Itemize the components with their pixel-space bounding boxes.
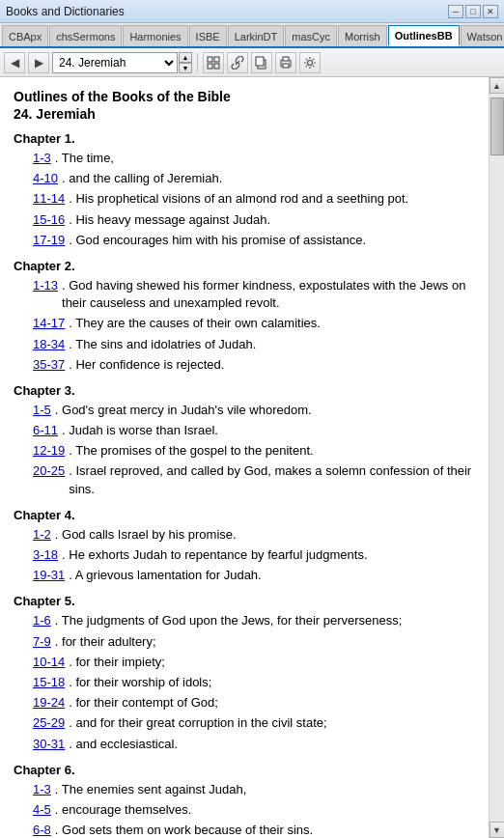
restore-button[interactable]: □: [465, 5, 481, 18]
verse-ref[interactable]: 4-10: [33, 170, 58, 187]
verse-entry: 1-5. God's great mercy in Judah's vile w…: [14, 402, 475, 419]
close-button[interactable]: ✕: [483, 5, 498, 18]
chapter-heading-2: Chapter 2.: [14, 259, 475, 273]
verse-entry: 6-8. God sets them on work because of th…: [14, 822, 475, 838]
nav-select-wrap: 24. Jeremiah ▲ ▼: [52, 52, 192, 73]
svg-rect-8: [283, 64, 289, 68]
book-title: Outlines of the Books of the Bible: [14, 89, 475, 104]
content-area: Outlines of the Books of the Bible 24. J…: [0, 77, 504, 838]
svg-rect-0: [208, 57, 212, 62]
verse-ref[interactable]: 4-5: [33, 801, 51, 819]
verse-text: . A grievous lamentation for Judah.: [69, 567, 261, 584]
chapter-select[interactable]: 24. Jeremiah: [52, 52, 178, 73]
verse-ref[interactable]: 19-24: [33, 694, 65, 712]
verse-ref[interactable]: 6-11: [33, 422, 58, 439]
tab-watson[interactable]: Watson: [461, 25, 504, 46]
copy-button[interactable]: [251, 52, 272, 73]
link-button[interactable]: [227, 52, 248, 73]
verse-ref[interactable]: 11-14: [33, 190, 65, 208]
verse-ref[interactable]: 17-19: [33, 232, 65, 249]
verse-text: . The enemies sent against Judah,: [55, 781, 247, 798]
verse-text: . God calls Israel by his promise.: [55, 526, 237, 544]
settings-button[interactable]: [299, 52, 321, 73]
svg-rect-7: [283, 57, 289, 61]
tab-morrish[interactable]: Morrish: [338, 25, 387, 46]
verse-ref[interactable]: 30-31: [33, 736, 65, 753]
scrollbar: ▲ ▼: [489, 77, 504, 838]
verse-entry: 6-11. Judah is worse than Israel.: [14, 422, 475, 439]
tab-outlinesBB[interactable]: OutlinesBB: [388, 25, 460, 46]
print-button[interactable]: [275, 52, 296, 73]
verse-entry: 1-6. The judgments of God upon the Jews,…: [14, 612, 475, 629]
spin-down-button[interactable]: ▼: [179, 63, 192, 73]
chapters-container: Chapter 1.1-3. The time,4-10. and the ca…: [14, 131, 475, 838]
tab-cbapx[interactable]: CBApx: [2, 25, 48, 46]
tab-harmonies[interactable]: Harmonies: [123, 25, 187, 46]
title-bar-text: Books and Dictionaries: [6, 5, 125, 18]
verse-entry: 1-3. The enemies sent against Judah,: [14, 781, 475, 798]
grid-view-button[interactable]: [203, 52, 224, 73]
verse-ref[interactable]: 1-6: [33, 612, 51, 629]
verse-text: . Israel reproved, and called by God, ma…: [69, 462, 475, 497]
verse-ref[interactable]: 1-13: [33, 277, 58, 312]
verse-ref[interactable]: 7-9: [33, 633, 51, 651]
verse-ref[interactable]: 14-17: [33, 315, 65, 332]
book-subtitle: 24. Jeremiah: [14, 106, 475, 122]
back-button[interactable]: ◀: [4, 52, 25, 73]
minimize-button[interactable]: ─: [448, 5, 463, 18]
verse-text: . God's great mercy in Judah's vile whor…: [55, 402, 312, 419]
verse-ref[interactable]: 1-3: [33, 150, 51, 167]
verse-ref[interactable]: 19-31: [33, 567, 65, 584]
verse-ref[interactable]: 3-18: [33, 546, 58, 564]
verse-ref[interactable]: 35-37: [33, 356, 65, 374]
verse-ref[interactable]: 20-25: [33, 462, 65, 497]
tab-isbe[interactable]: ISBE: [189, 25, 227, 46]
verse-ref[interactable]: 18-34: [33, 336, 65, 353]
verse-ref[interactable]: 6-8: [33, 822, 51, 838]
svg-rect-1: [214, 57, 219, 62]
verse-entry: 3-18. He exhorts Judah to repentance by …: [14, 546, 475, 564]
verse-text: . for their impiety;: [69, 654, 165, 671]
content-scroll[interactable]: Outlines of the Books of the Bible 24. J…: [0, 77, 489, 838]
verse-ref[interactable]: 15-18: [33, 674, 65, 691]
verse-text: . God having shewed his former kindness,…: [62, 277, 475, 312]
tab-bar: CBApxchsSermonsHarmoniesISBELarkinDTmasC…: [0, 23, 504, 48]
scroll-track[interactable]: [490, 94, 504, 822]
verse-text: . The sins and idolatries of Judah.: [69, 336, 256, 353]
chapter-heading-1: Chapter 1.: [14, 131, 475, 146]
chapter-heading-4: Chapter 4.: [14, 508, 475, 522]
verse-text: . Her confidence is rejected.: [69, 356, 224, 374]
verse-entry: 30-31. and ecclesiastical.: [14, 736, 475, 753]
chapter-heading-3: Chapter 3.: [14, 383, 475, 398]
verse-entry: 4-5. encourage themselves.: [14, 801, 475, 819]
verse-entry: 12-19. The promises of the gospel to the…: [14, 442, 475, 460]
verse-ref[interactable]: 12-19: [33, 442, 65, 460]
verse-text: . for their contempt of God;: [69, 694, 218, 712]
verse-ref[interactable]: 10-14: [33, 654, 65, 671]
verse-entry: 17-19. God encourages him with his promi…: [14, 232, 475, 249]
verse-ref[interactable]: 15-16: [33, 211, 65, 229]
verse-entry: 19-31. A grievous lamentation for Judah.: [14, 567, 475, 584]
title-bar-buttons: ─ □ ✕: [448, 5, 498, 18]
tab-larkinDT[interactable]: LarkinDT: [228, 25, 285, 46]
verse-text: . and for their great corruption in the …: [69, 714, 326, 732]
verse-entry: 11-14. His prophetical visions of an alm…: [14, 190, 475, 208]
verse-ref[interactable]: 25-29: [33, 714, 65, 732]
verse-text: . His heavy message against Judah.: [69, 211, 270, 229]
verse-entry: 1-3. The time,: [14, 150, 475, 167]
verse-ref[interactable]: 1-2: [33, 526, 51, 544]
verse-ref[interactable]: 1-3: [33, 781, 51, 798]
scroll-thumb[interactable]: [490, 98, 504, 155]
verse-ref[interactable]: 1-5: [33, 402, 51, 419]
spin-up-button[interactable]: ▲: [179, 52, 192, 63]
tab-masCyc[interactable]: masCyc: [285, 25, 337, 46]
scroll-down-arrow[interactable]: ▼: [490, 822, 505, 838]
verse-entry: 1-2. God calls Israel by his promise.: [14, 526, 475, 544]
scroll-up-arrow[interactable]: ▲: [490, 77, 505, 94]
verse-text: . His prophetical visions of an almond r…: [69, 190, 408, 208]
verse-entry: 7-9. for their adultery;: [14, 633, 475, 651]
verse-text: . and the calling of Jeremiah.: [62, 170, 222, 187]
verse-text: . for their adultery;: [55, 633, 156, 651]
forward-button[interactable]: ▶: [28, 52, 49, 73]
tab-chsSermons[interactable]: chsSermons: [49, 25, 122, 46]
